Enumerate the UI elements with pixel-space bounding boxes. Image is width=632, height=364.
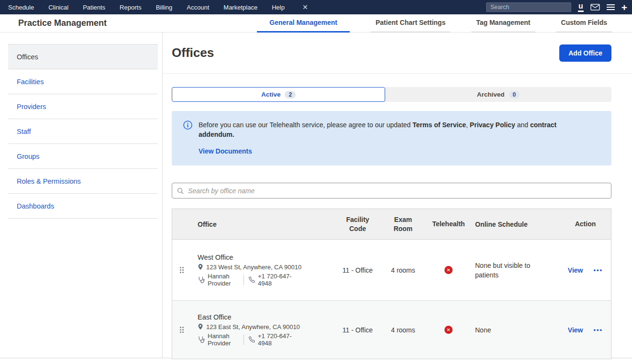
- sidebar-list: Offices Facilities Providers Staff Group…: [8, 44, 158, 219]
- sidebar-item-providers[interactable]: Providers: [8, 94, 158, 119]
- drag-handle[interactable]: [172, 266, 191, 274]
- telehealth-cell: ✕: [426, 266, 471, 274]
- divider: [244, 334, 244, 345]
- facility-code-column-header: Facility Code: [335, 215, 380, 233]
- offices-panel-header: Offices Add Office: [163, 33, 632, 74]
- tab-patient-chart-settings[interactable]: Patient Chart Settings: [371, 19, 450, 33]
- online-schedule-column-header: Online Schedule: [471, 221, 560, 228]
- search-icon: [177, 188, 184, 194]
- phone-icon: [249, 336, 255, 342]
- table-header-row: Office Facility Code Exam Room Telehealt…: [172, 209, 611, 240]
- office-search[interactable]: [172, 183, 611, 199]
- view-button[interactable]: View: [568, 266, 583, 274]
- menu-icon[interactable]: [607, 4, 615, 10]
- office-column-header: Office: [191, 221, 335, 228]
- phone-icon: [249, 276, 255, 283]
- status-filter-tabs: Active 2 Archived 0: [172, 87, 611, 102]
- action-column-header: Action: [560, 220, 611, 229]
- office-address: 123 East St, Anywhere, CA 90010: [206, 323, 300, 331]
- sidebar-item-dashboards[interactable]: Dashboards: [8, 194, 158, 219]
- tab-custom-fields[interactable]: Custom Fields: [556, 19, 612, 33]
- action-cell: View •••: [560, 326, 611, 334]
- divider: [244, 275, 244, 285]
- office-info-cell: West Office 123 West St, Anywhere, CA 90…: [191, 254, 335, 287]
- office-provider: Hannah Provider: [208, 273, 244, 287]
- facility-code-cell: 11 - Office: [335, 326, 380, 334]
- section-title: Offices: [172, 45, 214, 60]
- exam-room-cell: 4 rooms: [380, 326, 426, 334]
- office-info-cell: East Office 123 East St, Anywhere, CA 90…: [191, 313, 335, 347]
- more-actions-icon[interactable]: •••: [594, 326, 603, 333]
- provider-icon: [198, 336, 205, 343]
- filter-tab-active-label: Active: [261, 91, 281, 98]
- topnav-item-schedule[interactable]: Schedule: [1, 4, 41, 11]
- sidebar-item-facilities[interactable]: Facilities: [8, 69, 158, 94]
- offices-panel-body: Active 2 Archived 0 Before you can use o…: [163, 74, 632, 359]
- topnav-item-reports[interactable]: Reports: [112, 4, 149, 11]
- sidebar-item-staff[interactable]: Staff: [8, 119, 158, 144]
- telehealth-column-header: Telehealth: [426, 220, 471, 229]
- filter-tab-active[interactable]: Active 2: [172, 87, 385, 102]
- global-search[interactable]: [486, 2, 571, 12]
- banner-text: Before you can use our Telehealth servic…: [199, 120, 584, 139]
- drag-handle-icon: [179, 266, 184, 274]
- office-name: West Office: [198, 254, 335, 261]
- page-header: Practice Management General Management P…: [0, 14, 632, 33]
- terms-of-service-text: Terms of Service: [412, 121, 466, 129]
- archived-count-badge: 0: [509, 91, 520, 99]
- drag-handle[interactable]: [172, 326, 191, 333]
- brand-logo[interactable]: u: [578, 2, 584, 12]
- tab-tag-management[interactable]: Tag Management: [471, 19, 535, 33]
- more-actions-icon[interactable]: •••: [594, 266, 603, 274]
- add-icon[interactable]: +: [621, 2, 627, 12]
- location-pin-icon: [198, 264, 203, 270]
- messages-icon[interactable]: [590, 4, 600, 11]
- info-icon: [183, 121, 192, 130]
- view-button[interactable]: View: [568, 326, 583, 334]
- filter-tab-archived-label: Archived: [477, 91, 505, 98]
- sidebar-item-roles-permissions[interactable]: Roles & Permissions: [8, 169, 158, 194]
- sidebar-item-offices[interactable]: Offices: [8, 44, 158, 69]
- offices-panel: Offices Add Office Active 2 Archived 0: [163, 33, 632, 358]
- close-icon[interactable]: ✕: [302, 3, 308, 11]
- office-name: East Office: [198, 313, 335, 321]
- location-pin-icon: [198, 323, 203, 330]
- topnav-right-cluster: u +: [486, 2, 627, 12]
- office-provider: Hannah Provider: [208, 332, 244, 347]
- office-search-input[interactable]: [187, 187, 606, 195]
- header-tabs: General Management Patient Chart Setting…: [257, 19, 612, 32]
- view-documents-link[interactable]: View Documents: [199, 147, 252, 155]
- topnav-item-patients[interactable]: Patients: [76, 4, 112, 11]
- global-search-input[interactable]: [489, 3, 568, 11]
- topnav-item-marketplace[interactable]: Marketplace: [216, 4, 265, 11]
- online-schedule-cell: None but visible to patients: [471, 261, 560, 280]
- table-row-west-office: West Office 123 West St, Anywhere, CA 90…: [172, 240, 611, 300]
- provider-icon: [198, 276, 205, 284]
- tab-general-management[interactable]: General Management: [257, 19, 350, 33]
- facility-code-cell: 11 - Office: [335, 266, 380, 274]
- topnav-item-billing[interactable]: Billing: [149, 4, 180, 11]
- offices-table: Office Facility Code Exam Room Telehealt…: [172, 209, 611, 359]
- filter-tab-archived[interactable]: Archived 0: [385, 87, 611, 102]
- exam-room-column-header: Exam Room: [380, 215, 426, 233]
- office-address: 123 West St, Anywhere, CA 90010: [206, 264, 301, 271]
- content-area: Offices Facilities Providers Staff Group…: [0, 33, 632, 358]
- office-phone: +1 720-647-4948: [258, 273, 296, 287]
- telehealth-notice-banner: Before you can use our Telehealth servic…: [172, 111, 611, 165]
- telehealth-disabled-icon: ✕: [444, 326, 453, 334]
- banner-intro: Before you can use our Telehealth servic…: [199, 121, 412, 129]
- office-phone: +1 720-647-4948: [258, 332, 296, 347]
- topnav-item-clinical[interactable]: Clinical: [41, 4, 76, 11]
- top-navigation: Schedule Clinical Patients Reports Billi…: [0, 0, 632, 14]
- add-office-button[interactable]: Add Office: [559, 44, 611, 62]
- topnav-item-help[interactable]: Help: [265, 4, 292, 11]
- page-title: Practice Management: [18, 18, 107, 28]
- online-schedule-text: None: [475, 325, 491, 335]
- topnav-item-account[interactable]: Account: [179, 4, 216, 11]
- settings-sidebar: Offices Facilities Providers Staff Group…: [0, 33, 163, 358]
- sidebar-item-groups[interactable]: Groups: [8, 144, 158, 169]
- active-count-badge: 2: [285, 91, 296, 99]
- action-cell: View •••: [560, 266, 611, 274]
- online-schedule-text: None but visible to patients: [475, 261, 552, 280]
- telehealth-disabled-icon: ✕: [444, 266, 453, 274]
